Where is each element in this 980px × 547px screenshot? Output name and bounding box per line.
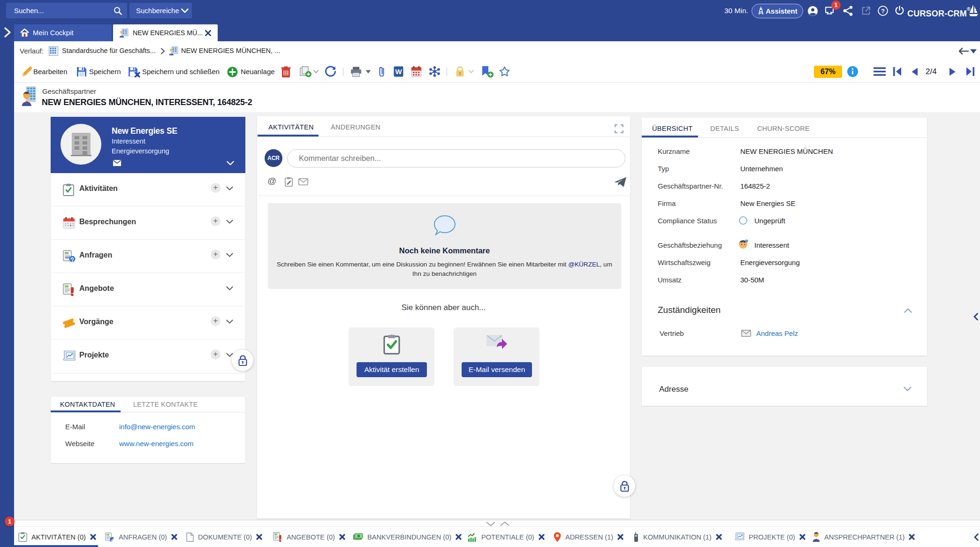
svg-text:?: ? bbox=[881, 8, 885, 15]
svg-text:W: W bbox=[395, 68, 402, 76]
